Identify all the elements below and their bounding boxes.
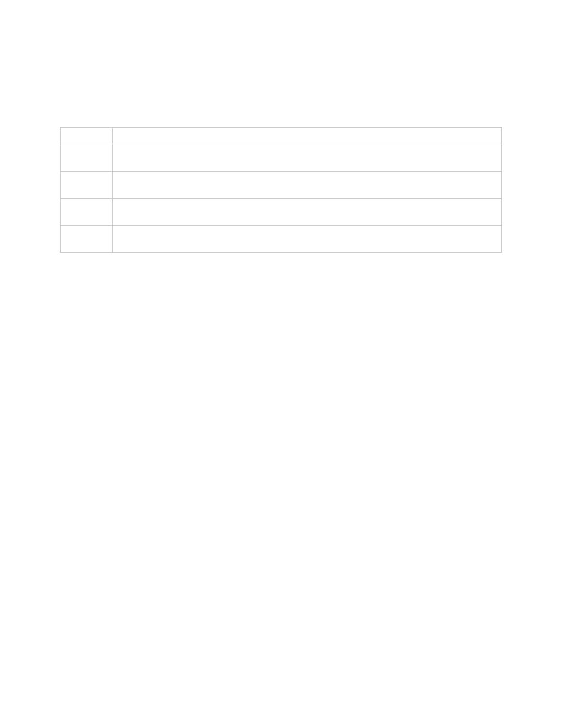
table-row: [61, 199, 502, 226]
table-row: [61, 144, 502, 172]
table-cell: [61, 226, 113, 253]
table-cell: [61, 144, 113, 172]
cell-text: [61, 183, 112, 187]
table-row: [61, 128, 502, 144]
cell-text: [113, 156, 501, 160]
cell-text: [113, 183, 501, 187]
table-cell: [61, 128, 113, 144]
data-table: [60, 127, 502, 253]
cell-text: [61, 134, 112, 139]
cell-text: [113, 210, 501, 215]
cell-text: [113, 237, 501, 242]
table-cell: [112, 144, 501, 172]
table-cell: [112, 199, 501, 226]
table-cell: [112, 226, 501, 253]
cell-text: [113, 134, 501, 139]
cell-text: [61, 237, 112, 242]
table-row: [61, 172, 502, 199]
table-cell: [112, 128, 501, 144]
table-row: [61, 226, 502, 253]
cell-text: [61, 156, 112, 160]
table-cell: [112, 172, 501, 199]
table-cell: [61, 172, 113, 199]
cell-text: [61, 210, 112, 215]
table-cell: [61, 199, 113, 226]
